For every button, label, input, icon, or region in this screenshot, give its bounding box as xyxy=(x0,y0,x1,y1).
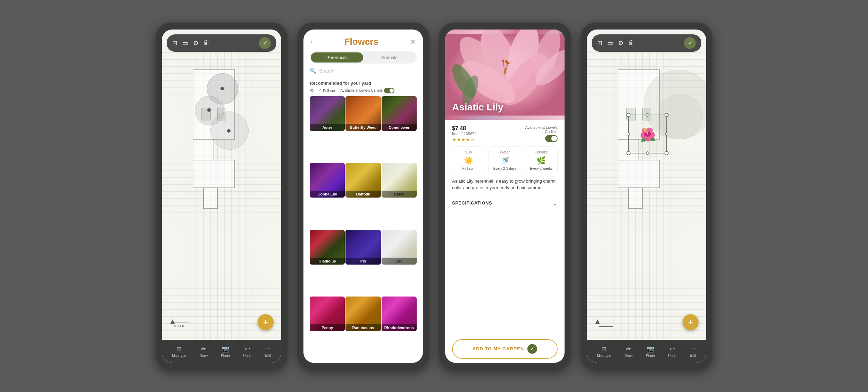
map2-nav-photo[interactable]: 📷 Photo xyxy=(646,345,655,358)
care-water-icon: 🚿 xyxy=(492,156,518,165)
map2-draw-icon: ✏ xyxy=(626,345,631,353)
plant-circle-3 xyxy=(210,111,249,150)
search-input[interactable]: Search xyxy=(319,68,334,74)
add-fab-button[interactable]: + xyxy=(258,314,274,330)
nav-exit[interactable]: → Exit xyxy=(265,345,271,357)
phone-1: ⊞ ▭ ⚙ 🗑 ✓ xyxy=(156,23,287,370)
tab-bar: Perennials Annuals xyxy=(310,51,417,64)
filter-icon[interactable]: ⚙ xyxy=(310,88,314,93)
tab-annuals[interactable]: Annuals xyxy=(363,52,416,62)
availability-toggle[interactable] xyxy=(545,135,558,142)
close-button[interactable]: ✕ xyxy=(410,37,416,46)
flower-item-aster[interactable]: Aster xyxy=(310,96,345,131)
back-button[interactable]: ‹ xyxy=(310,38,313,46)
flower-item-coneflower[interactable]: Coneflower xyxy=(382,96,417,131)
map-type-icon: ⊞ xyxy=(176,345,182,353)
plant-dot-2 xyxy=(207,108,211,112)
map2-map-type-icon: ⊞ xyxy=(601,345,607,353)
care-water: Water 🚿 Every 2-3 days xyxy=(489,146,521,174)
store-toggle[interactable] xyxy=(384,88,394,93)
flower-item-conna[interactable]: Conna Lily xyxy=(310,163,345,198)
trash-icon[interactable]: 🗑 xyxy=(203,39,210,47)
sliders-icon[interactable]: ⚙ xyxy=(193,39,199,47)
nav-label-map-type: Map type xyxy=(172,354,186,358)
phone-icon[interactable]: ▭ xyxy=(182,39,188,47)
care-fertilize-icon: 🌿 xyxy=(528,156,554,165)
care-cards: Sun ☀️ Full sun Water 🚿 Every 2-3 days F… xyxy=(452,146,558,174)
store-filter: Available at Lowe's Carlisle xyxy=(341,88,394,93)
flower-item-butterfly[interactable]: Butterfly Weed xyxy=(345,96,381,131)
map2-toolbar: ⊞ ▭ ⚙ 🗑 ✓ xyxy=(592,34,701,52)
confirm-button[interactable]: ✓ xyxy=(259,37,271,49)
map2-nav-exit[interactable]: → Exit xyxy=(690,345,696,357)
flower-item-rhodo[interactable]: Rhododendrons xyxy=(382,297,417,331)
map2-grid: 🌺 ▲ + xyxy=(587,52,706,340)
map2-sliders-icon[interactable]: ⚙ xyxy=(618,39,624,47)
map2-add-fab[interactable]: + xyxy=(683,314,699,330)
flower-label-coneflower: Coneflower xyxy=(382,124,417,131)
flowers-title: Flowers xyxy=(344,36,378,47)
star-rating: ★★★★½ xyxy=(452,137,476,142)
specs-row[interactable]: SPECIFICATIONS ⌄ xyxy=(452,195,558,207)
care-fertilize-title: Fertilize xyxy=(528,150,554,154)
nav-map-type[interactable]: ⊞ Map type xyxy=(172,345,186,358)
map-grid: ▲ 0 2 4 6 + xyxy=(162,52,281,340)
phone-4: ⊞ ▭ ⚙ 🗑 ✓ xyxy=(581,23,712,370)
screen-detail: Asiatic Lily $7.48 Item # 105674 ★★★★½ A… xyxy=(445,30,565,363)
map2-nav-undo[interactable]: ↩ Undo xyxy=(668,345,677,358)
flower-label-conna: Conna Lily xyxy=(310,191,345,198)
avail-store: Carlisle xyxy=(525,130,558,134)
nav-photo[interactable]: 📷 Photo xyxy=(221,345,230,358)
plant-info-section: $7.48 Item # 105674 ★★★★½ Available at L… xyxy=(445,120,565,335)
svg-rect-3 xyxy=(203,188,217,209)
plant-dot-1 xyxy=(220,87,224,90)
flower-item-peony[interactable]: Peony xyxy=(310,297,345,331)
care-sun: Sun ☀️ Full sun xyxy=(452,146,485,174)
specs-label: SPECIFICATIONS xyxy=(452,200,492,206)
flower-item-daisy[interactable]: Daisy xyxy=(382,163,417,198)
map2-nav-label-undo: Undo xyxy=(668,354,677,358)
flower-label-iris: Iris xyxy=(345,258,381,265)
flowers-grid: Aster Butterfly Weed Coneflower Conna Li… xyxy=(303,96,423,363)
nav-label-draw: Draw xyxy=(200,354,208,358)
plant-description: Asiatic Lily perennial is easy to grow b… xyxy=(452,178,558,191)
bg-circle-2 xyxy=(658,94,703,139)
flower-item-ranunculus[interactable]: Ranunculus xyxy=(345,297,381,331)
price-row: $7.48 Item # 105674 ★★★★½ Available at L… xyxy=(452,125,558,143)
map2-phone-icon[interactable]: ▭ xyxy=(607,39,613,47)
svg-rect-24 xyxy=(618,160,660,188)
store-label: Available at Lowe's Carlisle xyxy=(341,89,383,92)
sun-filter: ✓ Full sun xyxy=(318,88,336,93)
map2-layers-icon[interactable]: ⊞ xyxy=(597,39,602,47)
plant-name-hero: Asiatic Lily xyxy=(452,102,503,113)
add-btn-check-icon: ✓ xyxy=(527,344,537,354)
care-fertilize-value: Every 2 weeks xyxy=(528,167,554,170)
search-icon: 🔍 xyxy=(310,68,316,74)
flower-item-iris[interactable]: Iris xyxy=(345,230,381,265)
availability-block: Available at Lowe's Carlisle xyxy=(525,125,558,143)
exit-icon: → xyxy=(265,345,271,352)
sun-label: Full sun xyxy=(323,89,336,93)
nav-undo[interactable]: ↩ Undo xyxy=(243,345,252,358)
care-fertilize: Fertilize 🌿 Every 2 weeks xyxy=(525,146,558,174)
svg-rect-2 xyxy=(193,160,235,188)
screen-map2: ⊞ ▭ ⚙ 🗑 ✓ xyxy=(587,30,706,363)
map2-nav-map-type[interactable]: ⊞ Map type xyxy=(597,345,611,358)
flower-label-rhodo: Rhododendrons xyxy=(382,324,417,331)
add-to-garden-button[interactable]: ADD TO MY GARDEN ✓ xyxy=(452,339,558,359)
flower-item-lily[interactable]: Lily xyxy=(382,230,417,265)
map2-trash-icon[interactable]: 🗑 xyxy=(628,39,635,47)
map2-nav-label-draw: Draw xyxy=(625,354,633,358)
care-sun-value: Full sun xyxy=(455,167,482,170)
flower-item-gladiolus[interactable]: Gladiolus xyxy=(310,230,345,265)
map2-confirm-button[interactable]: ✓ xyxy=(684,37,696,49)
tab-perennials[interactable]: Perennials xyxy=(311,52,363,62)
item-number: Item # 105674 xyxy=(452,132,476,136)
flower-item-daffodil[interactable]: Daffodil xyxy=(345,163,381,198)
nav-draw[interactable]: ✏ Draw xyxy=(200,345,208,358)
map2-nav-draw[interactable]: ✏ Draw xyxy=(625,345,633,358)
map2-toolbar-left: ⊞ ▭ ⚙ 🗑 xyxy=(597,39,635,47)
map2-scale xyxy=(599,326,613,328)
search-bar: 🔍 Search xyxy=(310,68,417,77)
layers-icon[interactable]: ⊞ xyxy=(172,39,177,47)
